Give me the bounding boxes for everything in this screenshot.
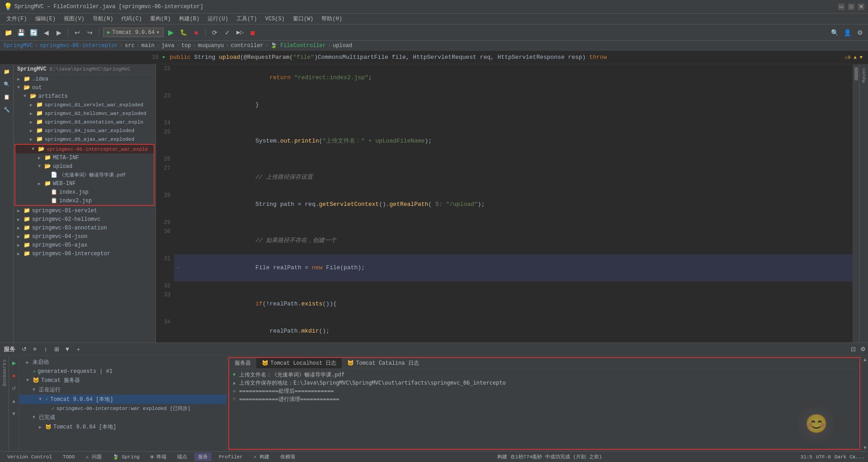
run-config-selector[interactable]: ▶ Tomcat 9.0.64 ▾ bbox=[103, 28, 164, 37]
bl-btn-5[interactable]: ▼ bbox=[9, 408, 19, 419]
menu-build[interactable]: 构建(B) bbox=[175, 14, 203, 24]
code-editor[interactable]: 22 return "redirect:index2.jsp"; 23 } bbox=[156, 64, 853, 343]
service-completed[interactable]: ▼ 已完成 bbox=[19, 413, 226, 422]
breadcrumb-item-3[interactable]: main bbox=[142, 43, 155, 49]
service-running[interactable]: ▼ 正在运行 bbox=[19, 385, 226, 395]
toolbar-project-btn[interactable]: 📁 bbox=[3, 27, 14, 38]
bl-btn-1[interactable]: ▶ bbox=[9, 357, 19, 368]
tree-item-indexjsp[interactable]: 📋 index.jsp bbox=[15, 188, 154, 196]
services-btn-expand[interactable]: ⊡ bbox=[848, 344, 858, 354]
close-button[interactable]: ✕ bbox=[858, 4, 864, 10]
services-btn-group[interactable]: ⊞ bbox=[52, 344, 61, 354]
toolbar-back-btn[interactable]: ◀ bbox=[41, 27, 52, 38]
left-btn-4[interactable]: 🔧 bbox=[1, 104, 12, 115]
bl-btn-3[interactable]: ↺ bbox=[9, 383, 19, 394]
breadcrumb-item-9[interactable]: upload bbox=[333, 43, 352, 49]
service-tomcat-selected[interactable]: ▼ ✓ Tomcat 9.0.64 [本地] bbox=[19, 395, 226, 404]
right-scrollbar[interactable] bbox=[853, 64, 859, 343]
service-tomcat-completed[interactable]: ▶ 🐱 Tomcat 9.0.64 [本地] bbox=[19, 422, 226, 432]
tree-item-smvc01[interactable]: ▶ 📁 springmvc-01-servlet bbox=[14, 206, 156, 215]
debug-button[interactable]: 🐛 bbox=[178, 27, 189, 38]
tree-item-webinf[interactable]: ▶ 📁 WEB-INF bbox=[15, 179, 154, 188]
tree-item-mv05[interactable]: ▶ 📁 springmvc_05_ajax_war_exploded bbox=[14, 135, 156, 143]
tree-item-metainf[interactable]: ▶ 📁 META-INF bbox=[15, 153, 154, 162]
console-tab-localhost[interactable]: 🐱 Tomcat Localhost 日志 bbox=[256, 358, 342, 368]
toolbar-stop2-btn[interactable]: ◼ bbox=[247, 27, 258, 38]
tree-item-mv06[interactable]: ▼ 📂 springmvc-06-interceptor_war_exple bbox=[15, 145, 154, 153]
menu-run[interactable]: 运行(U) bbox=[204, 14, 232, 24]
services-btn-sort[interactable]: ↕ bbox=[41, 344, 51, 354]
breadcrumb-item-6[interactable]: muquanyu bbox=[198, 43, 224, 49]
minimize-button[interactable]: — bbox=[838, 4, 844, 10]
tree-item-smvc05[interactable]: ▶ 📁 springmvc-05-ajax bbox=[14, 241, 156, 249]
status-tab-problems[interactable]: ⚠ 问题 bbox=[82, 452, 105, 461]
maximize-button[interactable]: □ bbox=[848, 4, 854, 10]
menu-help[interactable]: 帮助(H) bbox=[318, 14, 346, 24]
breadcrumb-item-0[interactable]: SpringMVC bbox=[4, 43, 33, 49]
tree-item-mv02[interactable]: ▶ 📁 springmvc_02_hellomvc_war_exploded bbox=[14, 109, 156, 118]
stop-button[interactable]: ■ bbox=[191, 27, 202, 38]
toolbar-forward-btn[interactable]: ▶ bbox=[53, 27, 64, 38]
service-not-started[interactable]: ▶ 未启动 bbox=[19, 357, 226, 367]
services-btn-refresh[interactable]: ↺ bbox=[19, 344, 29, 354]
maven-tab[interactable]: Maven bbox=[860, 64, 868, 86]
services-btn-settings[interactable]: ⚙ bbox=[858, 344, 868, 354]
menu-refactor[interactable]: 重构(R) bbox=[146, 14, 175, 24]
console-tab-server[interactable]: 服务器 bbox=[229, 358, 256, 368]
scroll-down-btn[interactable]: ▼ bbox=[863, 445, 868, 450]
status-tab-terminal[interactable]: ⊞ 终端 bbox=[147, 452, 170, 461]
left-btn-3[interactable]: 📋 bbox=[1, 91, 12, 102]
service-tomcat-server[interactable]: ▼ 🐱 Tomcat 服务器 bbox=[19, 376, 226, 385]
breadcrumb-item-2[interactable]: src bbox=[125, 43, 135, 49]
status-tab-endpoints[interactable]: 端点 bbox=[174, 452, 191, 461]
toolbar-check-btn[interactable]: ✓ bbox=[222, 27, 233, 38]
left-btn-1[interactable]: 📁 bbox=[1, 66, 12, 77]
tree-item-smvc02[interactable]: ▶ 📁 springmvc-02-hellomvc bbox=[14, 215, 156, 224]
menu-file[interactable]: 文件(F) bbox=[3, 14, 31, 24]
toolbar-more-btn[interactable]: ▶▷ bbox=[235, 27, 245, 38]
bookmarks-label[interactable]: Bookmarks bbox=[2, 359, 7, 386]
tree-item-mv01[interactable]: ▶ 📁 springmvc_01_servlet_war_exploded bbox=[14, 100, 156, 109]
tree-item-pdf[interactable]: 📄 《光速单词》畅读导学课.pdf bbox=[15, 171, 154, 179]
breadcrumb-item-1[interactable]: springmvc-06-interceptor bbox=[40, 43, 118, 49]
tree-item-smvc04[interactable]: ▶ 📁 springmvc-04-json bbox=[14, 232, 156, 241]
run-button[interactable]: ▶ bbox=[165, 27, 176, 38]
status-tab-spring[interactable]: 🍃 Spring bbox=[109, 453, 143, 461]
tree-item-mv04[interactable]: ▶ 📁 springmvc_04_json_war_exploded bbox=[14, 126, 156, 135]
tree-item-smvc03[interactable]: ▶ 📁 springmvc-03-annotation bbox=[14, 224, 156, 232]
status-tab-todo[interactable]: TODO bbox=[59, 453, 78, 461]
service-war-item[interactable]: ✓ springmvc-06-interceptor:war exploded … bbox=[19, 404, 226, 413]
tree-item-upload-folder[interactable]: ▼ 📂 upload bbox=[15, 162, 154, 171]
services-btn-list[interactable]: ≡ bbox=[30, 344, 40, 354]
console-tab-catalina[interactable]: 🐱 Tomcat Catalina 日志 bbox=[342, 358, 424, 368]
status-tab-profiler[interactable]: Profiler bbox=[215, 453, 246, 461]
scroll-up-btn[interactable]: ▲ bbox=[863, 357, 868, 362]
services-btn-add[interactable]: ＋ bbox=[73, 344, 83, 354]
settings-btn[interactable]: ⚙ bbox=[854, 27, 865, 38]
menu-tools[interactable]: 工具(T) bbox=[233, 14, 261, 24]
menu-view[interactable]: 视图(V) bbox=[60, 14, 88, 24]
bl-btn-2[interactable]: ■ bbox=[9, 370, 19, 381]
menu-code[interactable]: 代码(C) bbox=[118, 14, 146, 24]
services-btn-more[interactable]: ▼ bbox=[62, 344, 72, 354]
tree-item-smvc06[interactable]: ▶ 📁 springmvc-06-interceptor bbox=[14, 249, 156, 258]
status-tab-services[interactable]: 服务 bbox=[194, 452, 212, 461]
console-scrollbar[interactable]: ▲ ▼ bbox=[862, 356, 868, 451]
tree-item-out[interactable]: ▼ 📂 out bbox=[14, 83, 156, 92]
left-btn-2[interactable]: 🔍 bbox=[1, 79, 12, 90]
tree-item-mv03[interactable]: ▶ 📁 springmvc_03_annotation_war_explo bbox=[14, 118, 156, 126]
status-tab-vc[interactable]: Version Control bbox=[4, 453, 56, 461]
search-everywhere-btn[interactable]: 🔍 bbox=[829, 27, 840, 38]
service-gen-requests[interactable]: ↗ generated-requests | #1 bbox=[19, 367, 226, 376]
menu-vcs[interactable]: VCS(S) bbox=[261, 15, 288, 23]
menu-edit[interactable]: 编辑(E) bbox=[32, 14, 60, 24]
tree-item-idea[interactable]: ▶ 📁 .idea bbox=[14, 75, 156, 83]
menu-navigate[interactable]: 导航(N) bbox=[89, 14, 117, 24]
toolbar-save-btn[interactable]: 💾 bbox=[15, 27, 26, 38]
status-tab-build[interactable]: ✓ 构建 bbox=[250, 452, 273, 461]
tree-item-artifacts[interactable]: ▼ 📂 artifacts bbox=[14, 92, 156, 100]
breadcrumb-item-5[interactable]: top bbox=[181, 43, 191, 49]
profile-btn[interactable]: 👤 bbox=[842, 27, 853, 38]
breadcrumb-item-4[interactable]: java bbox=[161, 43, 175, 49]
toolbar-undo-btn[interactable]: ↩ bbox=[72, 27, 83, 38]
